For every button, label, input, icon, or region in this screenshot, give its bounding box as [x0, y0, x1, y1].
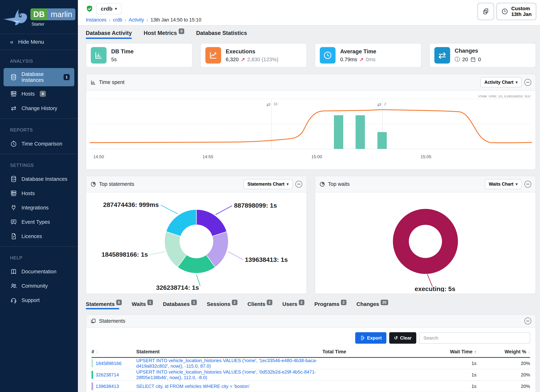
collapse-icon[interactable] — [525, 318, 531, 324]
export-button[interactable]: Export — [355, 332, 386, 344]
sidebar-item-database-instances[interactable]: Database Instances 1 — [4, 68, 74, 86]
statement-id-link[interactable]: 139638413 — [96, 384, 119, 389]
statement-link[interactable]: UPSERT INTO vehicle_location_histories V… — [136, 358, 322, 369]
search-input[interactable] — [419, 332, 530, 344]
x-tick: 14:55 — [202, 154, 213, 159]
executions-bar[interactable] — [377, 132, 387, 149]
col-num[interactable]: #↓ — [91, 349, 136, 355]
activity-chart-select[interactable]: Activity Chart ▾ — [480, 77, 522, 87]
sidebar-item-documentation[interactable]: Documentation — [4, 265, 74, 278]
trend-up-icon: ↗ — [359, 57, 364, 62]
sidebar-item-licences[interactable]: Licences — [4, 229, 74, 243]
donut-slice-executing[interactable] — [401, 217, 450, 266]
panel-title: Top statements — [99, 181, 134, 187]
statement-link[interactable]: UPSERT INTO vehicle_location_histories V… — [136, 369, 322, 380]
executions-bar[interactable] — [334, 115, 343, 149]
copy-icon — [482, 8, 489, 15]
clock-icon — [320, 47, 335, 64]
count-badge: 1 — [64, 74, 70, 80]
weight-value: 20% — [476, 372, 530, 378]
tab-changes[interactable]: Changes20 — [356, 301, 388, 309]
sidebar-item-settings-database-instances[interactable]: Database Instances — [4, 172, 74, 186]
bar-chart-icon — [90, 79, 96, 85]
sidebar-item-label: Time Comparison — [21, 141, 62, 147]
clear-button[interactable]: ↺ Clear — [389, 332, 416, 344]
sidebar-item-label: Community — [21, 283, 48, 289]
content: Database Activity Host Metrics 0 Databas… — [78, 26, 540, 392]
statement-id-link[interactable]: 326238714 — [96, 372, 119, 378]
sidebar-item-settings-hosts[interactable]: Hosts — [4, 187, 74, 200]
col-statement[interactable]: Statement — [136, 349, 322, 355]
tab-sessions[interactable]: Sessions2 — [207, 301, 237, 309]
statements-panel: Statements Export ↺ Clear — [86, 314, 536, 392]
trend-up-icon: ↗ — [241, 57, 245, 62]
collapse-icon[interactable] — [525, 181, 531, 188]
hide-menu-button[interactable]: « Hide Menu — [0, 34, 78, 50]
section-help: HELP — [0, 252, 78, 264]
logo-marlin: marlin — [48, 8, 75, 20]
card-changes: ⇄ Changes ⓘ 20 0 — [429, 43, 536, 68]
sidebar-item-label: Documentation — [21, 269, 56, 275]
tab-label: Database Activity — [86, 30, 132, 36]
wait-time-value: 1s — [380, 372, 476, 378]
instance-selector[interactable]: crdb ▾ — [96, 3, 122, 14]
sidebar-item-event-types[interactable]: Event Types — [4, 215, 74, 229]
server-icon — [10, 90, 17, 97]
tab-databases[interactable]: Databases1 — [163, 301, 197, 309]
waits-donut: executing: 5s — [315, 192, 535, 293]
executions-bar[interactable] — [355, 115, 365, 149]
weight-value: 20% — [476, 361, 530, 366]
collapse-icon[interactable] — [525, 79, 531, 86]
slice-label: 326238714: 1s — [156, 284, 199, 291]
sidebar-item-integrations[interactable]: Integrations — [4, 201, 74, 214]
change-marker-count: 18 — [273, 102, 277, 106]
breadcrumb-crdb[interactable]: crdb — [113, 17, 122, 23]
donut-slice-287474436[interactable] — [166, 209, 196, 236]
sidebar-item-community[interactable]: Community — [4, 279, 74, 293]
col-weight[interactable]: Weight %↓ — [476, 349, 530, 355]
breadcrumb-instances[interactable]: Instances — [86, 17, 106, 23]
undo-icon: ↺ — [394, 335, 398, 341]
breadcrumb-activity[interactable]: Activity — [129, 17, 144, 23]
tab-database-statistics[interactable]: Database Statistics — [196, 30, 247, 39]
changes-icon: ⇄ — [434, 47, 450, 64]
sidebar-item-label: Hosts — [21, 190, 35, 196]
statements-chart-select[interactable]: Statements Chart ▾ — [244, 179, 293, 189]
sidebar-item-change-history[interactable]: ⇄ Change History — [4, 101, 74, 115]
statement-link[interactable]: SELECT city, id FROM vehicles WHERE city… — [136, 384, 322, 389]
slice-label: executing: 5s — [415, 285, 455, 292]
x-tick: 14:50 — [93, 154, 104, 159]
collapse-icon[interactable] — [295, 181, 302, 188]
tab-programs[interactable]: Programs2 — [314, 301, 346, 309]
sidebar-item-hosts[interactable]: Hosts 0 — [4, 87, 74, 101]
wait-time-value: 1s — [380, 384, 476, 389]
card-db-time: DB Time 5s — [86, 43, 192, 68]
statement-id-link[interactable]: 1845898166 — [96, 361, 122, 366]
card-title: Executions — [226, 48, 278, 55]
db-time-line[interactable] — [90, 110, 532, 143]
chevron-down-icon: ▾ — [516, 182, 518, 187]
col-wait-time[interactable]: Wait Time↑ — [380, 349, 476, 355]
changes-calendar-count: 0 — [478, 57, 481, 62]
tab-waits[interactable]: Waits1 — [132, 301, 153, 309]
sidebar-item-label: Event Types — [21, 219, 50, 225]
tab-host-metrics[interactable]: Host Metrics 0 — [144, 30, 184, 39]
tab-statements[interactable]: Statements5 — [86, 301, 122, 309]
section-analysis: ANALYSIS — [0, 55, 78, 67]
time-range-button[interactable]: Custom 13th Jan — [496, 3, 536, 20]
sidebar-item-support[interactable]: Support — [4, 293, 74, 307]
tab-label: Database Statistics — [196, 30, 247, 36]
tab-database-activity[interactable]: Database Activity — [86, 30, 132, 39]
tab-clients[interactable]: Clients2 — [247, 301, 272, 309]
waits-chart-select[interactable]: Waits Chart ▾ — [485, 179, 522, 189]
col-total-time[interactable]: Total Time — [322, 349, 380, 355]
donut-slice-887898099[interactable] — [196, 209, 227, 236]
sidebar-item-time-comparison[interactable]: Time Comparison — [4, 137, 74, 150]
instance-name: crdb — [101, 6, 112, 12]
tab-users[interactable]: Users2 — [282, 301, 304, 309]
copy-link-button[interactable] — [478, 3, 494, 20]
pie-chart-icon — [320, 181, 325, 187]
bar-chart-icon — [91, 47, 106, 64]
count-badge: 1 — [191, 300, 197, 305]
sidebar: DB marlin Starter « Hide Menu ANALYSIS D… — [0, 0, 78, 392]
